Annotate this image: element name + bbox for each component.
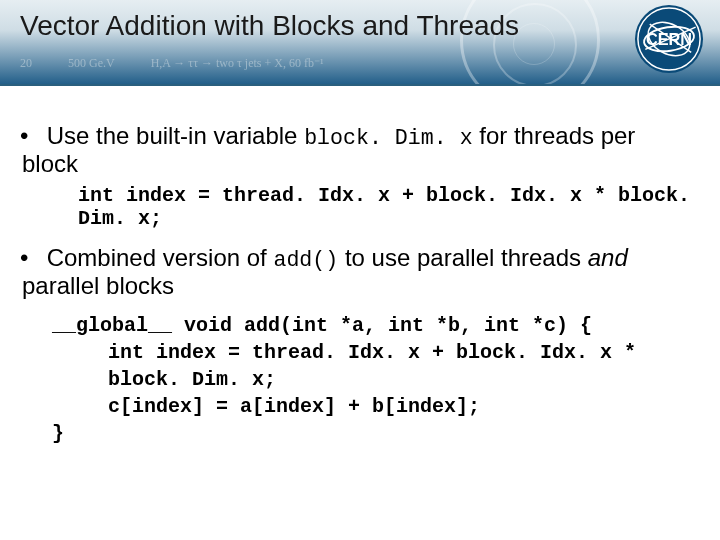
- bullet-1: Use the built-in variable block. Dim. x …: [22, 122, 698, 230]
- bullet-1-pre: Use the built-in variable: [47, 122, 304, 149]
- slide-title: Vector Addition with Blocks and Threads: [20, 10, 519, 42]
- deco-number: 20: [20, 56, 32, 71]
- bullet-1-code: block. Dim. x: [304, 126, 472, 150]
- bullet-2-em: and: [588, 244, 628, 271]
- deco-formula: H,A → ττ → two τ jets + X, 60 fb⁻¹: [151, 56, 324, 71]
- slide-header: 20 500 Ge.V H,A → ττ → two τ jets + X, 6…: [0, 0, 720, 86]
- bullet-2-mid: to use parallel threads: [338, 244, 587, 271]
- bullet-1-subcode: int index = thread. Idx. x + block. Idx.…: [78, 184, 698, 230]
- code-block: __global__ void add(int *a, int *b, int …: [52, 312, 698, 447]
- header-decoration-text: 20 500 Ge.V H,A → ττ → two τ jets + X, 6…: [0, 48, 720, 78]
- bullet-2-pre: Combined version of: [47, 244, 274, 271]
- slide-body: Use the built-in variable block. Dim. x …: [0, 86, 720, 447]
- bullet-2-post: parallel blocks: [22, 272, 174, 299]
- code-line-1: __global__ void add(int *a, int *b, int …: [52, 312, 698, 339]
- bullet-2: Combined version of add() to use paralle…: [22, 244, 698, 300]
- deco-mass: 500 Ge.V: [68, 56, 115, 71]
- svg-text:CERN: CERN: [646, 30, 692, 48]
- code-line-4: }: [52, 420, 698, 447]
- code-line-2: int index = thread. Idx. x + block. Idx.…: [52, 339, 698, 393]
- code-line-3: c[index] = a[index] + b[index];: [52, 393, 698, 420]
- cern-logo-icon: CERN: [632, 2, 706, 76]
- bullet-2-code: add(): [273, 248, 338, 272]
